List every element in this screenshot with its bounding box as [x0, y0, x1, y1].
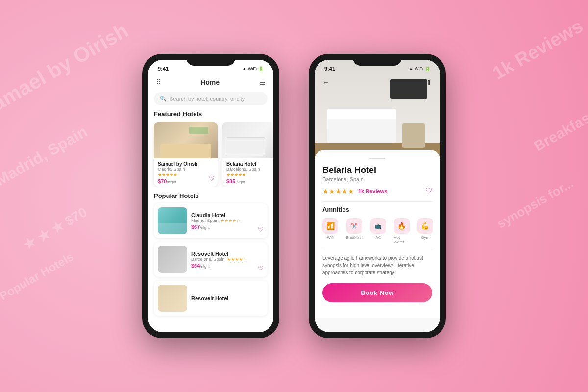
popular-img-3: [158, 285, 187, 312]
popular-info-2: Resovelt Hotel Barcelona, Spain ★★★★☆ $6…: [191, 251, 264, 269]
ac-icon: 📺: [370, 218, 386, 234]
grid-icon[interactable]: ⠿: [156, 78, 161, 86]
status-time-1: 9:41: [158, 66, 169, 72]
back-button[interactable]: ←: [322, 78, 329, 86]
amenity-ac: 📺 AC: [370, 218, 386, 244]
popular-heart-2[interactable]: ♡: [258, 265, 264, 272]
bg-watermark-4: Popular Hotels: [0, 250, 76, 303]
status-icons-1: ▲ WiFi 🔋: [242, 66, 264, 71]
notch-2: [353, 54, 402, 66]
popular-hotel-name-3: Resovelt Hotel: [191, 295, 264, 301]
bg-watermark-2: Madrid, Spain: [0, 122, 91, 190]
detail-heart-button[interactable]: ♡: [425, 186, 432, 196]
amenity-ac-label: AC: [375, 235, 381, 240]
detail-reviews: 1k Reviews: [358, 188, 387, 194]
breakfast-icon: ✂️: [346, 218, 362, 234]
featured-hotel-location-1: Madrid, Spain: [158, 167, 214, 172]
gym-icon: 💪: [417, 218, 433, 234]
featured-hotel-name-1: Samael by Oirish: [158, 161, 214, 167]
detail-hotel-location: Barcelona, Spain: [322, 176, 432, 182]
wifi-icon: 📶: [322, 218, 338, 234]
featured-hotels-list: Samael by Oirish Madrid, Spain ★★★★★ $70…: [148, 122, 273, 187]
home-title: Home: [200, 78, 220, 86]
bg-watermark-6: Breakfast: [531, 107, 588, 155]
featured-section-title: Featured Hotels: [148, 110, 273, 122]
featured-card-2[interactable]: Belaria Hotel Barcelona, Spain ★★★★★ $85…: [222, 122, 273, 187]
phone-detail: 9:41 ▲ WiFi 🔋 ← ⬆: [309, 54, 446, 338]
popular-info-3: Resovelt Hotel: [191, 295, 264, 301]
featured-hotel-location-2: Barcelona, Spain: [226, 167, 273, 172]
popular-location-stars-1: Madrid, Spain ★★★★☆: [191, 218, 264, 223]
popular-heart-1[interactable]: ♡: [258, 226, 264, 233]
hero-bed: [327, 109, 396, 143]
divider-2: [322, 250, 432, 250]
search-placeholder: Search by hotel, country, or city: [170, 96, 245, 102]
popular-hotel-name-2: Resovelt Hotel: [191, 251, 264, 257]
amenity-breakfast-label: Breakfast: [346, 235, 363, 240]
bg-watermark-5: 1k Reviews: [489, 16, 587, 84]
popular-room-teal: [158, 207, 187, 234]
drag-handle: [369, 158, 385, 159]
share-button[interactable]: ⬆: [426, 78, 432, 86]
detail-hotel-name: Belaria Hotel: [322, 165, 432, 175]
notch-1: [186, 54, 235, 66]
amenity-gym-label: Gym: [421, 235, 429, 240]
status-icons-2: ▲ WiFi 🔋: [409, 66, 430, 71]
amenities-section-title: Amnities: [322, 206, 432, 213]
popular-info-1: Claudia Hotel Madrid, Spain ★★★★☆ $67/ni…: [191, 212, 264, 230]
book-now-button[interactable]: Book Now: [322, 283, 432, 302]
detail-screen-content: Belaria Hotel Barcelona, Spain ★★★★★ 1k …: [315, 60, 440, 318]
popular-img-1: [158, 207, 187, 234]
popular-card-3[interactable]: Resovelt Hotel: [154, 281, 268, 316]
amenity-hotwater-label: Hot Water: [394, 235, 410, 244]
bg-watermark-7: synopsis for...: [494, 175, 576, 231]
featured-heart-1[interactable]: ♡: [209, 175, 215, 182]
popular-room-gray: [158, 246, 187, 273]
search-bar[interactable]: 🔍 Search by hotel, country, or city: [154, 92, 268, 105]
featured-img-1: [154, 122, 218, 158]
popular-room-warm: [158, 285, 187, 312]
home-header: ⠿ Home ⚌: [148, 74, 273, 90]
hotel-description: Leverage agile frameworks to provide a r…: [322, 254, 432, 276]
featured-price-2: $85/night: [226, 178, 273, 184]
amenity-hotwater: 🔥 Hot Water: [394, 218, 410, 244]
status-time-2: 9:41: [324, 66, 335, 72]
featured-hotel-name-2: Belaria Hotel: [226, 161, 273, 167]
popular-price-2: $64/night: [191, 263, 264, 269]
detail-stars: ★★★★★: [322, 187, 354, 195]
amenity-wifi: 📶 Wifi: [322, 218, 338, 244]
search-icon: 🔍: [160, 96, 167, 102]
hotwater-icon: 🔥: [394, 218, 410, 234]
popular-hotel-name-1: Claudia Hotel: [191, 212, 264, 218]
featured-img-2: [222, 122, 273, 158]
bg-watermark-1: Samael by Oirish: [0, 19, 132, 122]
featured-stars-1: ★★★★★: [158, 172, 214, 177]
popular-card-1[interactable]: Claudia Hotel Madrid, Spain ★★★★☆ $67/ni…: [154, 203, 268, 238]
amenity-wifi-label: Wifi: [327, 235, 333, 240]
home-screen-content[interactable]: ⠿ Home ⚌ 🔍 Search by hotel, country, or …: [148, 74, 273, 332]
popular-img-2: [158, 246, 187, 273]
amenity-breakfast: ✂️ Breakfast: [346, 218, 363, 244]
room-image-light: [222, 122, 273, 158]
featured-stars-2: ★★★★★: [226, 172, 273, 177]
amenities-list: 📶 Wifi ✂️ Breakfast 📺 AC 🔥 Hot Water: [322, 218, 432, 244]
popular-section-title: Popular Hotels: [148, 192, 273, 203]
detail-nav-header: ← ⬆: [315, 74, 440, 90]
featured-info-2: Belaria Hotel Barcelona, Spain ★★★★★ $85…: [222, 158, 273, 187]
phone-home: 9:41 ▲ WiFi 🔋 ⠿ Home ⚌ 🔍 Search by hotel…: [142, 54, 279, 338]
room-image-warm: [154, 122, 218, 158]
amenity-gym: 💪 Gym: [417, 218, 433, 244]
hero-nightstand: [402, 123, 425, 148]
featured-info-1: Samael by Oirish Madrid, Spain ★★★★★ $70…: [154, 158, 218, 187]
filter-icon[interactable]: ⚌: [259, 78, 266, 86]
featured-price-1: $70/night: [158, 178, 214, 184]
popular-card-2[interactable]: Resovelt Hotel Barcelona, Spain ★★★★☆ $6…: [154, 242, 268, 277]
popular-section: Popular Hotels Claudia Hotel Madrid, Spa…: [148, 187, 273, 316]
divider-1: [322, 201, 432, 202]
bg-watermark-3: ★ ★ ★ $70: [20, 204, 90, 253]
detail-rating-row: ★★★★★ 1k Reviews ♡: [322, 186, 432, 196]
popular-price-1: $67/night: [191, 224, 264, 230]
popular-location-stars-2: Barcelona, Spain ★★★★☆: [191, 257, 264, 262]
hotel-detail-body: Belaria Hotel Barcelona, Spain ★★★★★ 1k …: [315, 150, 440, 318]
featured-card-1[interactable]: Samael by Oirish Madrid, Spain ★★★★★ $70…: [154, 122, 218, 187]
